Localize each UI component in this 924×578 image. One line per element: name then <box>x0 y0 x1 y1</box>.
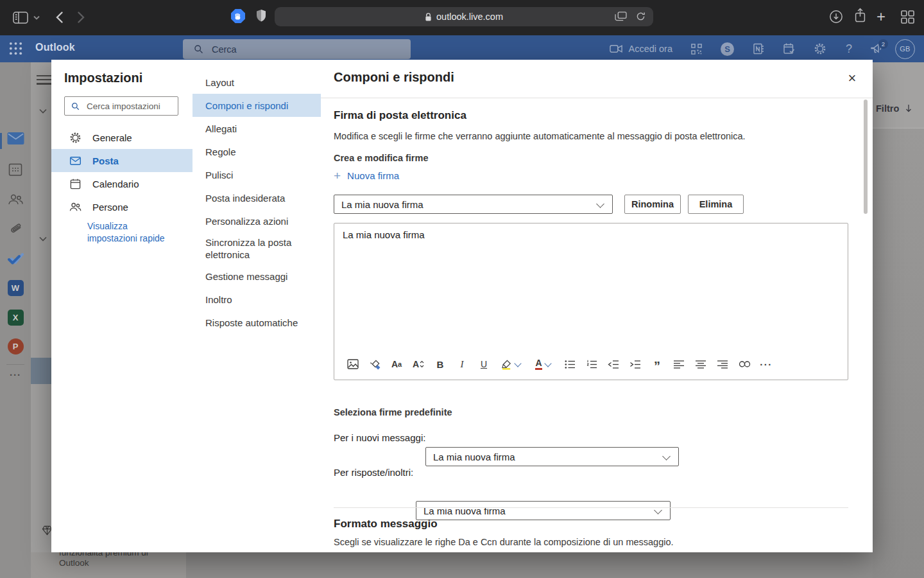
app-launcher-icon[interactable] <box>8 41 23 56</box>
insert-image-icon[interactable] <box>342 355 364 374</box>
app-title: Outlook <box>35 42 75 53</box>
rail-todo-icon[interactable] <box>0 251 31 267</box>
signature-name-select[interactable]: La mia nuova firma <box>334 195 613 214</box>
privacy-shield-icon[interactable] <box>255 9 267 23</box>
new-messages-select[interactable]: La mia nuova firma <box>425 447 679 466</box>
search-input[interactable] <box>210 44 373 55</box>
font-name-icon[interactable]: Aa <box>386 355 407 374</box>
meet-now-icon[interactable] <box>610 44 623 54</box>
sign-in-link[interactable]: Accedi ora <box>628 44 672 54</box>
rail-calendar-icon[interactable] <box>0 162 31 177</box>
font-color-icon[interactable]: A <box>527 355 559 374</box>
align-left-icon[interactable] <box>668 355 690 374</box>
plus-icon: + <box>334 171 341 180</box>
rename-button[interactable]: Rinomina <box>624 195 681 214</box>
help-icon[interactable]: ? <box>846 42 852 56</box>
settings-search-box[interactable] <box>64 96 178 116</box>
new-signature-button[interactable]: + Nuova firma <box>334 170 399 181</box>
new-tab-icon[interactable]: + <box>877 10 886 23</box>
rail-word-icon[interactable]: W <box>0 280 31 296</box>
underline-icon[interactable]: U <box>473 355 495 374</box>
increase-indent-icon[interactable] <box>624 355 646 374</box>
highlight-color-icon[interactable] <box>495 355 527 374</box>
insert-link-icon[interactable] <box>733 355 755 374</box>
rail-people-icon[interactable] <box>0 192 31 206</box>
align-right-icon[interactable] <box>712 355 733 374</box>
rail-mail-icon[interactable] <box>0 132 31 145</box>
quick-settings-link[interactable]: Visualizza impostazioni rapide <box>87 220 174 245</box>
panel-title: Componi e rispondi <box>334 70 454 85</box>
settings-sections-column: Layout Componi e rispondi Allegati Regol… <box>193 60 321 563</box>
reload-icon[interactable] <box>636 12 646 21</box>
numbered-list-icon[interactable] <box>581 355 603 374</box>
gear-icon <box>69 132 82 144</box>
format-painter-icon[interactable] <box>364 355 386 374</box>
italic-icon[interactable]: I <box>451 355 473 374</box>
selected-message-row[interactable] <box>31 358 51 384</box>
rail-powerpoint-icon[interactable]: P <box>0 338 31 355</box>
category-calendario[interactable]: Calendario <box>51 172 193 195</box>
share-icon[interactable] <box>854 7 866 24</box>
message-format-description: Scegli se visualizzare le righe Da e Ccn… <box>334 537 674 547</box>
section-gestione-messaggi[interactable]: Gestione messaggi <box>193 265 321 288</box>
chevron-down-icon <box>662 452 671 460</box>
settings-gear-icon[interactable] <box>814 42 826 55</box>
more-formatting-icon[interactable]: ··· <box>755 355 777 374</box>
section-pulisci[interactable]: Pulisci <box>193 163 321 186</box>
bullet-list-icon[interactable] <box>559 355 581 374</box>
rail-more-icon[interactable]: ··· <box>0 369 31 380</box>
section-inoltro[interactable]: Inoltro <box>193 288 321 311</box>
sidebar-toggle-icon[interactable] <box>13 12 28 24</box>
mail-icon <box>69 155 82 167</box>
section-personalizza-azioni[interactable]: Personalizza azioni <box>193 209 321 232</box>
settings-search-input[interactable] <box>85 101 171 112</box>
collapse-chevron-icon[interactable] <box>39 236 47 241</box>
modal-scrollbar[interactable] <box>864 100 868 214</box>
search-icon <box>71 101 80 111</box>
app-rail: W X P ··· <box>0 62 31 578</box>
category-persone[interactable]: Persone <box>51 195 193 218</box>
replies-select[interactable]: La mia nuova firma <box>416 501 671 520</box>
content-blocker-icon[interactable] <box>231 9 245 23</box>
section-allegati[interactable]: Allegati <box>193 117 321 140</box>
decrease-indent-icon[interactable] <box>603 355 624 374</box>
replies-label: Per risposte/inoltri: <box>334 467 413 478</box>
close-icon[interactable]: × <box>844 70 860 87</box>
address-bar[interactable]: outlook.live.com <box>275 7 653 26</box>
signature-editor[interactable]: La mia nuova firma Aa A B I <box>334 223 848 380</box>
rail-attachments-icon[interactable] <box>0 222 31 236</box>
avatar[interactable]: GB <box>895 39 915 59</box>
onenote-icon[interactable] <box>752 42 765 55</box>
url-text: outlook.live.com <box>436 12 503 22</box>
sidebar-menu-chevron-icon[interactable] <box>33 15 40 20</box>
folder-pane <box>31 62 51 578</box>
blockquote-icon[interactable]: ” <box>646 353 668 376</box>
category-generale[interactable]: Generale <box>51 126 193 149</box>
section-risposte-automatiche[interactable]: Risposte automatiche <box>193 311 321 334</box>
category-posta[interactable]: Posta <box>51 149 193 172</box>
rail-excel-icon[interactable]: X <box>0 310 31 326</box>
collapse-chevron-icon[interactable] <box>39 109 47 114</box>
tab-overview-icon[interactable] <box>901 10 914 24</box>
font-size-icon[interactable]: A <box>407 355 429 374</box>
section-sincronizza-posta[interactable]: Sincronizza la posta elettronica <box>193 232 295 265</box>
tab-copy-icon[interactable] <box>615 12 627 21</box>
qr-code-icon[interactable] <box>690 43 703 55</box>
filter-label[interactable]: Filtro <box>876 103 899 114</box>
section-posta-indesiderata[interactable]: Posta indesiderata <box>193 186 321 209</box>
search-icon <box>193 44 204 55</box>
section-componi-e-rispondi[interactable]: Componi e rispondi <box>193 94 321 117</box>
section-divider <box>334 507 848 508</box>
align-center-icon[interactable] <box>690 355 712 374</box>
downloads-icon[interactable] <box>829 10 843 24</box>
back-button[interactable] <box>56 12 63 23</box>
forward-button[interactable] <box>78 12 85 23</box>
calendar-check-icon[interactable] <box>783 42 796 55</box>
header-search-bar[interactable] <box>183 39 411 59</box>
skype-icon[interactable]: S <box>721 42 734 56</box>
whats-new-icon[interactable]: 2 <box>870 43 884 55</box>
delete-button[interactable]: Elimina <box>688 195 744 214</box>
section-regole[interactable]: Regole <box>193 140 321 163</box>
bold-icon[interactable]: B <box>429 355 451 374</box>
section-layout[interactable]: Layout <box>193 71 321 94</box>
